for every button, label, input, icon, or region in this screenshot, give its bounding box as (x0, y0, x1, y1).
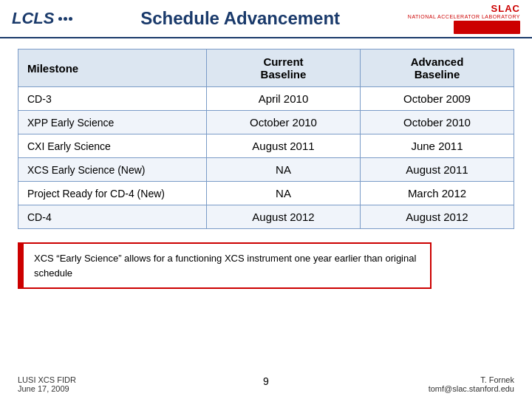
dot2 (64, 17, 67, 21)
footer-event: LUSI XCS FIDR (18, 375, 76, 384)
cell-advanced: June 2011 (360, 134, 514, 158)
cell-current: August 2012 (206, 205, 360, 229)
table-row: XPP Early ScienceOctober 2010October 201… (18, 111, 514, 134)
lcls-logo: LCLS (12, 9, 72, 28)
table-row: CD-4August 2012August 2012 (18, 205, 514, 229)
table-header-row: Milestone CurrentBaseline AdvancedBaseli… (18, 50, 514, 87)
cell-advanced: October 2010 (360, 111, 514, 134)
footer-date: June 17, 2009 (18, 384, 76, 393)
footer-right: T. Fornek tomf@slac.stanford.edu (429, 375, 514, 393)
cell-milestone: CXI Early Science (18, 134, 207, 158)
cell-milestone: XCS Early Science (New) (18, 158, 207, 182)
note-box: XCS “Early Science” allows for a functio… (18, 242, 432, 289)
footer-email: tomf@slac.stanford.edu (429, 384, 514, 393)
cell-advanced: August 2012 (360, 205, 514, 229)
table-row: Project Ready for CD-4 (New)NAMarch 2012 (18, 182, 514, 205)
page-header: LCLS Schedule Advancement SLAC NATIONAL … (0, 0, 532, 38)
schedule-table: Milestone CurrentBaseline AdvancedBaseli… (18, 49, 514, 229)
col-advanced-baseline: AdvancedBaseline (360, 50, 514, 87)
table-row: CD-3April 2010October 2009 (18, 87, 514, 111)
cell-current: April 2010 (206, 87, 360, 111)
cell-current: August 2011 (206, 134, 360, 158)
dot1 (58, 17, 62, 21)
footer-left: LUSI XCS FIDR June 17, 2009 (18, 375, 76, 393)
main-content: Milestone CurrentBaseline AdvancedBaseli… (0, 38, 532, 289)
slac-subtitle: NATIONAL ACCELERATOR LABORATORY (408, 14, 520, 19)
slac-brand: SLAC (491, 3, 520, 14)
table-row: XCS Early Science (New)NAAugust 2011 (18, 158, 514, 182)
page-number: 9 (263, 375, 269, 387)
cell-milestone: CD-4 (18, 205, 207, 229)
footer-author: T. Fornek (429, 375, 514, 384)
note-text: XCS “Early Science” allows for a functio… (34, 253, 416, 279)
logo-dots (58, 17, 72, 21)
col-milestone: Milestone (18, 50, 207, 87)
cell-milestone: CD-3 (18, 87, 207, 111)
cell-current: NA (206, 158, 360, 182)
cell-advanced: August 2011 (360, 158, 514, 182)
cell-advanced: March 2012 (360, 182, 514, 205)
lcls-text: LCLS (12, 9, 54, 28)
slac-logo: SLAC NATIONAL ACCELERATOR LABORATORY (408, 3, 520, 34)
page-footer: LUSI XCS FIDR June 17, 2009 9 T. Fornek … (0, 375, 532, 393)
table-row: CXI Early ScienceAugust 2011June 2011 (18, 134, 514, 158)
cell-advanced: October 2009 (360, 87, 514, 111)
cell-milestone: XPP Early Science (18, 111, 207, 134)
cell-current: October 2010 (206, 111, 360, 134)
slac-bar (454, 21, 520, 34)
cell-current: NA (206, 182, 360, 205)
col-current-baseline: CurrentBaseline (206, 50, 360, 87)
cell-milestone: Project Ready for CD-4 (New) (18, 182, 207, 205)
page-title: Schedule Advancement (72, 8, 407, 29)
